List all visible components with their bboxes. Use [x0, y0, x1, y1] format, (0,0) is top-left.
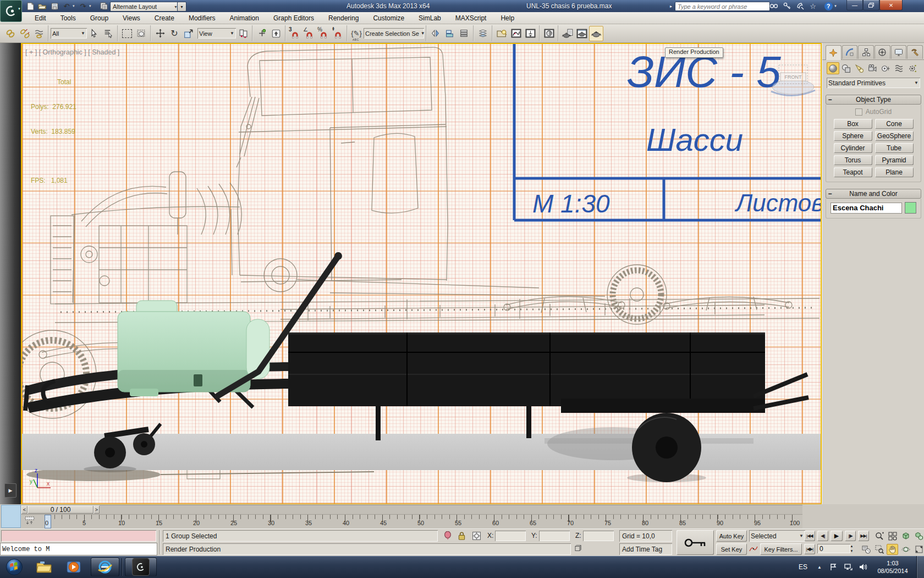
- key-filter-set-dropdown[interactable]: Selected▼: [749, 530, 805, 542]
- use-pivot-center-button[interactable]: [236, 26, 250, 41]
- primitive-button[interactable]: Torus: [834, 155, 872, 165]
- taskbar-ie-button[interactable]: [91, 558, 119, 576]
- region-zoom-button[interactable]: [873, 544, 885, 555]
- taskbar-media-player-button[interactable]: [62, 558, 86, 576]
- auto-key-button[interactable]: Auto Key: [716, 530, 747, 542]
- tab-create[interactable]: [826, 45, 842, 60]
- select-object-button[interactable]: [87, 26, 101, 41]
- zoom-all-button[interactable]: [887, 531, 898, 542]
- snaps-toggle-button[interactable]: 3: [288, 26, 302, 41]
- angle-snap-toggle[interactable]: ∠: [302, 26, 316, 41]
- application-menu-button[interactable]: ▼: [0, 0, 22, 22]
- menu-item[interactable]: Modifiers: [182, 14, 223, 22]
- help-icon[interactable]: ?: [823, 1, 834, 11]
- time-slider-handle[interactable]: 0 / 100: [28, 505, 94, 514]
- material-editor-button[interactable]: [542, 26, 556, 41]
- category-lights[interactable]: [853, 62, 866, 74]
- search-input[interactable]: [675, 2, 770, 11]
- open-file-button[interactable]: [36, 1, 48, 11]
- set-keys-button[interactable]: [676, 530, 714, 555]
- primitive-button[interactable]: Teapot: [834, 167, 872, 177]
- network-icon[interactable]: [844, 563, 853, 571]
- undo-button[interactable]: ↶: [61, 1, 73, 11]
- mirror-button[interactable]: [428, 26, 443, 41]
- curve-editor-button[interactable]: [509, 26, 523, 41]
- keyboard-shortcut-override-button[interactable]: [269, 26, 283, 41]
- rendered-frame-window-button[interactable]: [575, 26, 589, 41]
- primitive-button[interactable]: Tube: [875, 143, 914, 153]
- taskbar-explorer-button[interactable]: [32, 558, 56, 576]
- redo-dropdown-arrow[interactable]: ▾: [89, 4, 94, 8]
- menu-item[interactable]: Create: [147, 14, 182, 22]
- absolute-relative-toggle[interactable]: [472, 531, 481, 541]
- splitter[interactable]: [159, 530, 161, 554]
- layout-flyout-button[interactable]: ▶: [4, 483, 16, 498]
- primitive-category-dropdown[interactable]: Standard Primitives ▼: [827, 78, 920, 88]
- search-expander-arrow[interactable]: ▸: [668, 1, 674, 11]
- menu-item[interactable]: Group: [83, 14, 116, 22]
- volume-icon[interactable]: [859, 563, 867, 571]
- time-slider-track[interactable]: < 0 / 100 >: [21, 505, 802, 514]
- project-folder-button[interactable]: [98, 1, 110, 11]
- show-desktop-button[interactable]: [916, 556, 924, 578]
- object-type-header[interactable]: − Object Type: [826, 95, 921, 105]
- go-to-start-button[interactable]: |◀◀: [804, 531, 815, 541]
- primitive-button[interactable]: Cone: [875, 119, 914, 129]
- trackbar-filter-icon[interactable]: [24, 516, 38, 527]
- tab-utilities[interactable]: [907, 45, 923, 59]
- taskbar-3dsmax-button[interactable]: [125, 558, 157, 576]
- default-in-out-tangent-icon[interactable]: [749, 544, 758, 553]
- undo-dropdown-arrow[interactable]: ▾: [73, 4, 77, 8]
- action-center-flag-icon[interactable]: [829, 563, 837, 571]
- y-coordinate-field[interactable]: [539, 531, 570, 541]
- viewport-label[interactable]: [ + ] [ Orthographic ] [ Shaded ]: [25, 48, 119, 56]
- schematic-view-button[interactable]: [523, 26, 537, 41]
- restore-button[interactable]: [863, 0, 879, 10]
- previous-frame-button[interactable]: ◀||: [817, 531, 828, 541]
- menu-item[interactable]: SimLab: [411, 14, 448, 22]
- unlink-selection-button[interactable]: [18, 26, 32, 41]
- autogrid-checkbox[interactable]: [855, 108, 862, 116]
- orbit-button[interactable]: [900, 544, 911, 555]
- align-button[interactable]: [443, 26, 457, 41]
- edit-named-selection-sets-button[interactable]: {✎} ABC: [349, 26, 364, 41]
- render-production-button[interactable]: [589, 26, 603, 41]
- add-time-tag[interactable]: Add Time Tag: [619, 543, 672, 555]
- category-geometry[interactable]: [827, 62, 839, 74]
- menu-item[interactable]: Tools: [53, 14, 83, 22]
- select-and-move-button[interactable]: [153, 26, 167, 41]
- save-button[interactable]: [48, 1, 61, 11]
- menu-item[interactable]: Animation: [223, 14, 266, 22]
- pan-button[interactable]: [887, 544, 898, 555]
- communication-key-icon[interactable]: [782, 1, 793, 11]
- set-key-button[interactable]: Set Key: [716, 543, 747, 555]
- menu-item[interactable]: Help: [493, 14, 521, 22]
- z-coordinate-field[interactable]: [583, 531, 614, 541]
- layer-manager-button[interactable]: [457, 26, 471, 41]
- category-systems[interactable]: [906, 62, 919, 74]
- primitive-button[interactable]: Plane: [875, 167, 914, 177]
- zoom-button[interactable]: [873, 531, 885, 542]
- maximize-viewport-toggle[interactable]: [913, 544, 924, 555]
- render-setup-button[interactable]: [560, 26, 575, 41]
- viewport[interactable]: ЗИС - 5 Шасси М 1:30 Листов: [22, 44, 821, 504]
- menu-item[interactable]: Views: [116, 14, 147, 22]
- category-shapes[interactable]: [840, 62, 853, 74]
- primitive-button[interactable]: GeoSphere: [875, 131, 914, 141]
- named-selection-set-dropdown[interactable]: Create Selection Se▼: [364, 28, 424, 39]
- communication-center-icon[interactable]: [795, 1, 806, 11]
- time-configuration-button[interactable]: [860, 544, 872, 555]
- current-frame-field[interactable]: [817, 544, 850, 553]
- select-and-manipulate-button[interactable]: [255, 26, 269, 41]
- primitive-button[interactable]: Box: [834, 119, 872, 129]
- previous-frame-arrow[interactable]: <: [21, 505, 28, 514]
- category-space-warps[interactable]: [893, 62, 905, 74]
- select-and-link-button[interactable]: [3, 26, 18, 41]
- track-bar[interactable]: 0510152025303540455055606570758085909510…: [21, 514, 802, 528]
- window-crossing-toggle[interactable]: [134, 26, 148, 41]
- primitive-button[interactable]: Pyramid: [875, 155, 914, 165]
- menu-item[interactable]: Edit: [28, 14, 53, 22]
- bind-to-space-warp-button[interactable]: [32, 26, 46, 41]
- close-button[interactable]: ×: [879, 0, 903, 10]
- menu-item[interactable]: MAXScript: [448, 14, 494, 22]
